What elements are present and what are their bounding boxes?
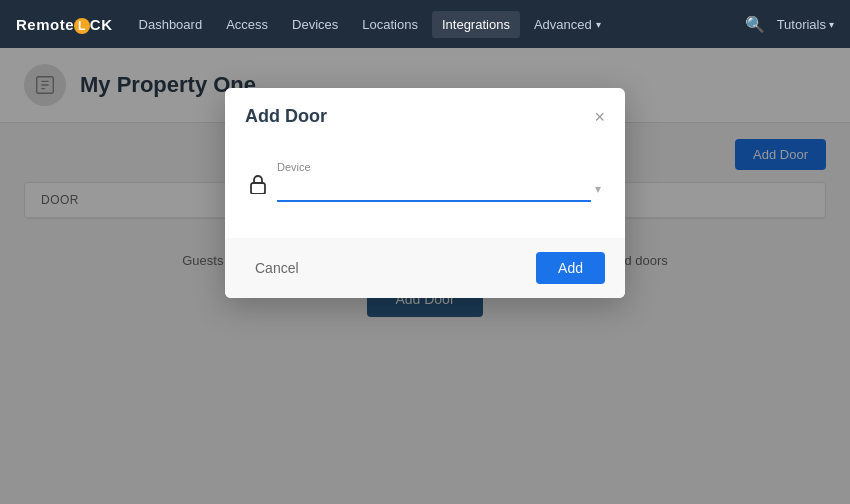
modal-header: Add Door × <box>225 88 625 141</box>
nav-right: 🔍 Tutorials ▾ <box>745 15 834 34</box>
navbar: RemoteLCK Dashboard Access Devices Locat… <box>0 0 850 48</box>
add-door-modal: Add Door × Device <box>225 88 625 298</box>
device-field: Device ▾ <box>277 161 601 202</box>
modal-footer: Cancel Add <box>225 238 625 298</box>
nav-dashboard[interactable]: Dashboard <box>129 11 213 38</box>
nav-integrations[interactable]: Integrations <box>432 11 520 38</box>
svg-rect-1 <box>251 183 265 194</box>
nav-advanced[interactable]: Advanced ▾ <box>524 11 611 38</box>
nav-access[interactable]: Access <box>216 11 278 38</box>
device-form-group: Device ▾ <box>249 161 601 202</box>
device-dropdown-icon: ▾ <box>595 182 601 196</box>
lock-icon <box>249 174 267 198</box>
device-label: Device <box>277 161 601 173</box>
modal-body: Device ▾ <box>225 141 625 222</box>
brand-name: RemoteLCK <box>16 16 113 33</box>
tutorials-menu[interactable]: Tutorials ▾ <box>777 17 834 32</box>
cancel-button[interactable]: Cancel <box>245 254 309 282</box>
search-icon[interactable]: 🔍 <box>745 15 765 34</box>
modal-close-button[interactable]: × <box>594 108 605 126</box>
tutorials-chevron-icon: ▾ <box>829 19 834 30</box>
modal-overlay: Add Door × Device <box>0 48 850 504</box>
add-button[interactable]: Add <box>536 252 605 284</box>
page-content: My Property One Add Door Door Guests tha… <box>0 48 850 504</box>
advanced-chevron-icon: ▾ <box>596 19 601 30</box>
nav-locations[interactable]: Locations <box>352 11 428 38</box>
modal-title: Add Door <box>245 106 327 127</box>
nav-devices[interactable]: Devices <box>282 11 348 38</box>
device-input[interactable] <box>277 176 591 202</box>
brand-logo[interactable]: RemoteLCK <box>16 16 113 33</box>
